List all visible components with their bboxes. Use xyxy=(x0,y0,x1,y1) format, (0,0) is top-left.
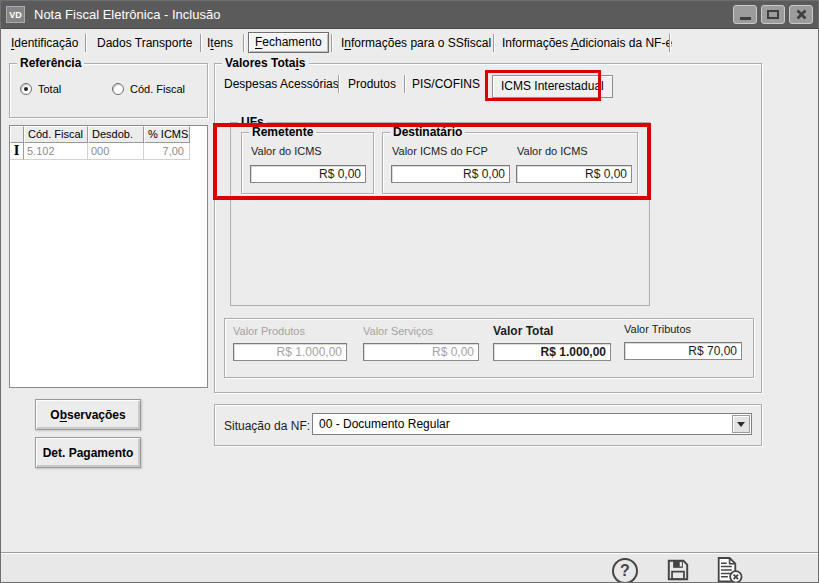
destinatario-group: Destinatário Valor ICMS do FCP Valor do … xyxy=(382,132,638,194)
radio-cod-fiscal[interactable]: Cód. Fiscal xyxy=(112,83,185,95)
cell-cod-fiscal[interactable]: 5.102 xyxy=(24,143,88,160)
maximize-button[interactable] xyxy=(761,5,785,24)
minimize-icon xyxy=(740,17,751,20)
main-tab-bar: Identificação Dados Transporte Itens Fec… xyxy=(1,29,818,56)
situacao-nf-select[interactable]: 00 - Documento Regular xyxy=(312,413,752,435)
valor-produtos-input[interactable] xyxy=(233,343,347,361)
subtab-icms-interestadual-active[interactable]: ICMS Interestadual xyxy=(492,75,613,98)
cancel-document-button[interactable] xyxy=(713,556,745,583)
valor-total-label: Valor Total xyxy=(493,324,553,338)
remetente-group-title: Remetente xyxy=(249,125,316,139)
valor-total-input[interactable] xyxy=(493,343,611,361)
title-bar: VD Nota Fiscal Eletrônica - Inclusão xyxy=(1,1,818,29)
radio-cod-fiscal-icon xyxy=(112,83,124,95)
row-marker: I xyxy=(10,143,24,160)
totais-resumo-box: Valor Produtos Valor Serviços Valor Tota… xyxy=(224,318,754,378)
subtab-separator xyxy=(404,75,405,93)
remetente-valor-icms-input[interactable] xyxy=(250,165,366,183)
ufs-group: UFs Remetente Valor do ICMS Destinatário… xyxy=(230,122,650,306)
help-icon: ? xyxy=(612,558,638,583)
grid-header-cod-fiscal: Cód. Fiscal xyxy=(24,126,88,143)
tab-separator xyxy=(331,34,332,52)
destinatario-valor-icms-fcp-label: Valor ICMS do FCP xyxy=(392,145,488,157)
items-list[interactable]: Cód. Fiscal Desdob. % ICMS I 5.102 000 7… xyxy=(9,125,208,388)
destinatario-valor-icms-input[interactable] xyxy=(516,165,632,183)
destinatario-group-title: Destinatário xyxy=(390,125,465,139)
tab-informacoes-ssfiscal[interactable]: Informações para o SSfiscal xyxy=(341,36,491,50)
valores-totais-title: Valores Totais xyxy=(222,56,309,70)
valor-servicos-label: Valor Serviços xyxy=(363,325,433,337)
grid-corner-header xyxy=(10,126,24,143)
app-icon: VD xyxy=(6,6,25,23)
situacao-nf-label: Situação da NF: xyxy=(224,419,310,433)
remetente-valor-icms-label: Valor do ICMS xyxy=(251,145,322,157)
save-button[interactable] xyxy=(664,557,692,583)
items-grid: Cód. Fiscal Desdob. % ICMS I 5.102 000 7… xyxy=(10,126,207,160)
valor-tributos-label: Valor Tributos xyxy=(624,323,691,335)
subtab-pis-cofins[interactable]: PIS/COFINS xyxy=(412,77,480,91)
subtab-separator xyxy=(486,75,487,93)
tab-separator xyxy=(243,34,244,52)
radio-total-label: Total xyxy=(38,83,61,95)
situacao-nf-value: 00 - Documento Regular xyxy=(313,414,731,434)
observacoes-button[interactable]: Observações xyxy=(35,399,141,430)
tab-itens[interactable]: Itens xyxy=(207,36,233,50)
window-title: Nota Fiscal Eletrônica - Inclusão xyxy=(34,7,220,22)
referencia-group: Referência Total Cód. Fiscal xyxy=(9,63,208,118)
subtab-despesas-acessorias[interactable]: Despesas Acessórias xyxy=(224,77,339,91)
radio-total-icon xyxy=(20,83,32,95)
radio-total[interactable]: Total xyxy=(20,83,61,95)
valor-tributos-input[interactable] xyxy=(624,342,742,360)
maximize-icon xyxy=(767,10,779,19)
det-pagamento-button[interactable]: Det. Pagamento xyxy=(35,437,141,468)
tab-fechamento-active[interactable]: Fechamento xyxy=(248,32,329,53)
save-icon xyxy=(664,557,692,583)
referencia-group-title: Referência xyxy=(17,56,84,70)
chevron-down-icon xyxy=(737,422,745,427)
tab-separator xyxy=(85,34,86,52)
grid-header-icms: % ICMS xyxy=(144,126,190,143)
cell-desdob[interactable]: 000 xyxy=(88,143,144,160)
tab-informacoes-adicionais-nfe[interactable]: Informações Adicionais da NF-e xyxy=(502,36,672,50)
destinatario-valor-icms-label: Valor do ICMS xyxy=(517,145,588,157)
help-button[interactable]: ? xyxy=(612,558,638,583)
tab-separator xyxy=(669,34,670,52)
close-icon xyxy=(796,9,807,20)
valores-totais-group: Valores Totais Despesas Acessórias Produ… xyxy=(214,63,762,393)
valor-produtos-label: Valor Produtos xyxy=(233,325,305,337)
footer-bar: ? xyxy=(1,554,818,582)
remetente-group: Remetente Valor do ICMS xyxy=(241,132,374,194)
tab-identificacao[interactable]: Identificação xyxy=(11,36,78,50)
radio-cod-fiscal-label: Cód. Fiscal xyxy=(130,83,185,95)
nota-fiscal-window: VD Nota Fiscal Eletrônica - Inclusão Ide… xyxy=(0,0,819,583)
subtab-produtos[interactable]: Produtos xyxy=(348,77,396,91)
tab-dados-transporte[interactable]: Dados Transporte xyxy=(97,36,192,50)
close-button[interactable] xyxy=(789,5,813,24)
minimize-button[interactable] xyxy=(733,5,757,24)
destinatario-valor-icms-fcp-input[interactable] xyxy=(391,165,510,183)
situacao-nf-box: Situação da NF: 00 - Documento Regular xyxy=(214,404,762,446)
cell-icms[interactable]: 7,00 xyxy=(144,143,190,160)
tab-separator xyxy=(493,34,494,52)
cancel-document-icon xyxy=(713,556,745,583)
grid-header-desdob: Desdob. xyxy=(88,126,144,143)
tab-separator xyxy=(200,34,201,52)
subtab-separator xyxy=(338,75,339,93)
valor-servicos-input[interactable] xyxy=(363,343,479,361)
situacao-nf-dropdown-button[interactable] xyxy=(732,415,750,433)
